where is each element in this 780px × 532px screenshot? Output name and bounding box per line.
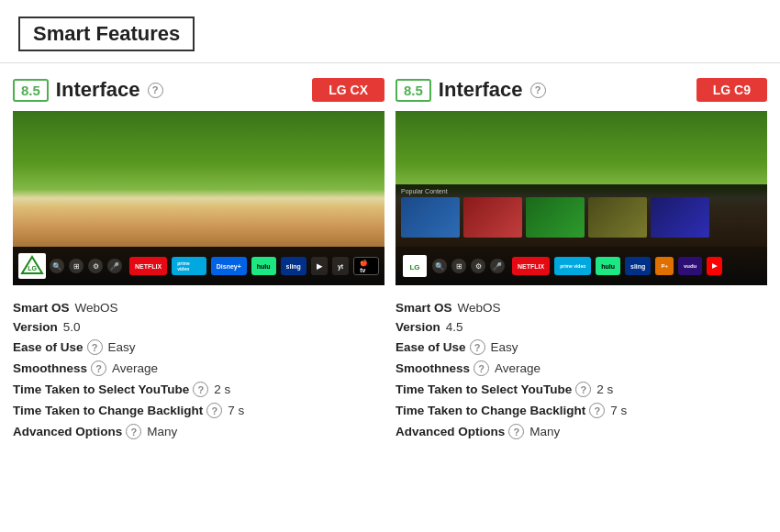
svg-text:LG: LG bbox=[409, 263, 419, 272]
page-title: Smart Features bbox=[18, 17, 195, 51]
data-row-yt: Time Taken to Select YouTube ? 2 s bbox=[13, 379, 384, 400]
tv-logo-lgcx: LG bbox=[18, 253, 46, 279]
tv-bar-lgcx: LG 🔍 ⊞ ⚙ 🎤 NETFLIX prime video Di bbox=[13, 247, 384, 285]
data-table-lgcx: Smart OS WebOS Version 5.0 Ease of Use ?… bbox=[13, 298, 384, 442]
panel-lgcx: 8.5 Interface ? LG CX LG bbox=[13, 78, 384, 442]
backlight-label-c9: Time Taken to Change Backlight ? bbox=[396, 403, 605, 418]
netflix-app-c9: NETFLIX bbox=[512, 257, 550, 275]
smoothness-value-c9: Average bbox=[495, 361, 540, 375]
box-app2: yt bbox=[332, 257, 349, 275]
tv-logo-lgc9: LG bbox=[401, 253, 429, 279]
smoothness-label-c9: Smoothness ? bbox=[396, 360, 489, 376]
tv-screenshot-lgcx: LG 🔍 ⊞ ⚙ 🎤 NETFLIX prime video Di bbox=[13, 111, 384, 285]
tv-screenshot-lgc9: Popular Content bbox=[396, 111, 767, 285]
settings-bar-icon-c9: ⚙ bbox=[471, 259, 485, 273]
ease-label: Ease of Use ? bbox=[13, 339, 103, 355]
disney-app: Disney+ bbox=[211, 257, 247, 275]
sling-app: sling bbox=[281, 257, 306, 275]
yt-label: Time Taken to Select YouTube ? bbox=[13, 382, 208, 397]
settings-bar-icon: ⚙ bbox=[88, 259, 103, 273]
prime-app-c9: prime video bbox=[554, 257, 591, 275]
apps-bar-icon-c9: ⊞ bbox=[451, 259, 466, 273]
tv-apps-lgcx: NETFLIX prime video Disney+ hulu sling ▶… bbox=[129, 257, 379, 275]
data-row-os-c9: Smart OS WebOS bbox=[396, 298, 767, 317]
advanced-help-icon-lgc9[interactable]: ? bbox=[508, 424, 524, 439]
data-row-yt-c9: Time Taken to Select YouTube ? 2 s bbox=[396, 379, 767, 400]
score-badge-lgcx: 8.5 bbox=[13, 79, 49, 102]
smoothness-help-icon-lgcx[interactable]: ? bbox=[91, 360, 106, 376]
tv-content-bar-lgc9: Popular Content bbox=[396, 184, 767, 247]
svg-text:LG: LG bbox=[28, 265, 37, 272]
version-label: Version bbox=[13, 320, 58, 334]
thumb-4 bbox=[588, 197, 647, 238]
data-table-lgc9: Smart OS WebOS Version 4.5 Ease of Use ?… bbox=[396, 298, 767, 442]
tv-screen-inner-lgc9: Popular Content bbox=[396, 111, 767, 285]
netflix-app: NETFLIX bbox=[129, 257, 167, 275]
mic-bar-icon-c9: 🎤 bbox=[490, 259, 505, 273]
box-app2-c9: vudu bbox=[678, 257, 702, 275]
tv-thumbs bbox=[401, 197, 762, 238]
section-title-lgc9: Interface bbox=[439, 78, 523, 102]
panel-header-lgc9: 8.5 Interface ? LG C9 bbox=[396, 78, 767, 102]
model-badge-lgcx: LG CX bbox=[312, 78, 384, 102]
data-row-ease-c9: Ease of Use ? Easy bbox=[396, 337, 767, 358]
tv-apps-lgc9: NETFLIX prime video hulu sling P+ vudu ▶ bbox=[512, 257, 722, 275]
backlight-help-icon-lgc9[interactable]: ? bbox=[589, 403, 605, 418]
panel-lgc9: 8.5 Interface ? LG C9 Popular Content bbox=[396, 78, 767, 442]
yt-app-c9: ▶ bbox=[707, 257, 722, 275]
yt-help-icon-lgc9[interactable]: ? bbox=[575, 382, 591, 397]
ease-value-c9: Easy bbox=[491, 340, 518, 354]
backlight-value: 7 s bbox=[228, 404, 244, 417]
data-row-backlight-c9: Time Taken to Change Backlight ? 7 s bbox=[396, 400, 767, 421]
yt-value-c9: 2 s bbox=[596, 382, 613, 396]
data-row-smoothness: Smoothness ? Average bbox=[13, 358, 384, 379]
panels-row: 8.5 Interface ? LG CX LG bbox=[0, 63, 780, 457]
ease-help-icon-lgc9[interactable]: ? bbox=[470, 339, 485, 355]
page-header: Smart Features bbox=[0, 0, 780, 63]
os-value-c9: WebOS bbox=[458, 301, 501, 315]
model-badge-lgc9: LG C9 bbox=[696, 78, 767, 102]
hulu-app-c9: hulu bbox=[596, 257, 620, 275]
interface-help-icon-lgc9[interactable]: ? bbox=[530, 83, 546, 98]
thumb-2 bbox=[463, 197, 522, 238]
popular-content-label: Popular Content bbox=[401, 188, 762, 194]
smoothness-label: Smoothness ? bbox=[13, 360, 106, 376]
ease-value: Easy bbox=[108, 340, 136, 354]
apps-bar-icon: ⊞ bbox=[69, 259, 84, 273]
ease-help-icon-lgcx[interactable]: ? bbox=[87, 339, 103, 355]
thumb-5 bbox=[651, 197, 709, 238]
yt-value: 2 s bbox=[214, 382, 230, 396]
smoothness-help-icon-lgc9[interactable]: ? bbox=[474, 360, 489, 376]
tv-bar-lgc9: LG 🔍 ⊞ ⚙ 🎤 NETFLIX prime video hu bbox=[396, 247, 767, 285]
backlight-label: Time Taken to Change Backlight ? bbox=[13, 403, 222, 418]
advanced-value-c9: Many bbox=[529, 425, 560, 438]
apple-app: 🍎tv bbox=[353, 257, 379, 275]
advanced-label-c9: Advanced Options ? bbox=[396, 424, 524, 439]
backlight-help-icon-lgcx[interactable]: ? bbox=[206, 403, 222, 418]
os-label: Smart OS bbox=[13, 301, 70, 315]
interface-help-icon-lgcx[interactable]: ? bbox=[148, 83, 163, 98]
data-row-backlight: Time Taken to Change Backlight ? 7 s bbox=[13, 400, 384, 421]
smoothness-value: Average bbox=[112, 361, 158, 375]
advanced-label: Advanced Options ? bbox=[13, 424, 141, 439]
thumb-1 bbox=[401, 197, 460, 238]
tv-icons-lgc9: 🔍 ⊞ ⚙ 🎤 bbox=[432, 259, 505, 273]
advanced-help-icon-lgcx[interactable]: ? bbox=[126, 424, 141, 439]
mic-bar-icon: 🎤 bbox=[107, 259, 122, 273]
tv-screen-inner-lgcx: LG 🔍 ⊞ ⚙ 🎤 NETFLIX prime video Di bbox=[13, 111, 384, 285]
prime-app: prime video bbox=[172, 257, 206, 275]
data-row-smoothness-c9: Smoothness ? Average bbox=[396, 358, 767, 379]
box-app1: ▶ bbox=[311, 257, 328, 275]
tv-icons-lgcx: 🔍 ⊞ ⚙ 🎤 bbox=[50, 259, 122, 273]
thumb-3 bbox=[526, 197, 585, 238]
search-bar-icon-c9: 🔍 bbox=[432, 259, 447, 273]
data-row-advanced-c9: Advanced Options ? Many bbox=[396, 421, 767, 442]
data-row-ease: Ease of Use ? Easy bbox=[13, 337, 384, 358]
page-wrapper: Smart Features 8.5 Interface ? LG CX bbox=[0, 0, 780, 457]
panel-header-left: 8.5 Interface ? bbox=[13, 78, 163, 102]
yt-help-icon-lgcx[interactable]: ? bbox=[193, 382, 208, 397]
panel-header-lgcx: 8.5 Interface ? LG CX bbox=[13, 78, 384, 102]
search-bar-icon: 🔍 bbox=[50, 259, 64, 273]
data-row-os: Smart OS WebOS bbox=[13, 298, 384, 317]
backlight-value-c9: 7 s bbox=[610, 404, 627, 417]
